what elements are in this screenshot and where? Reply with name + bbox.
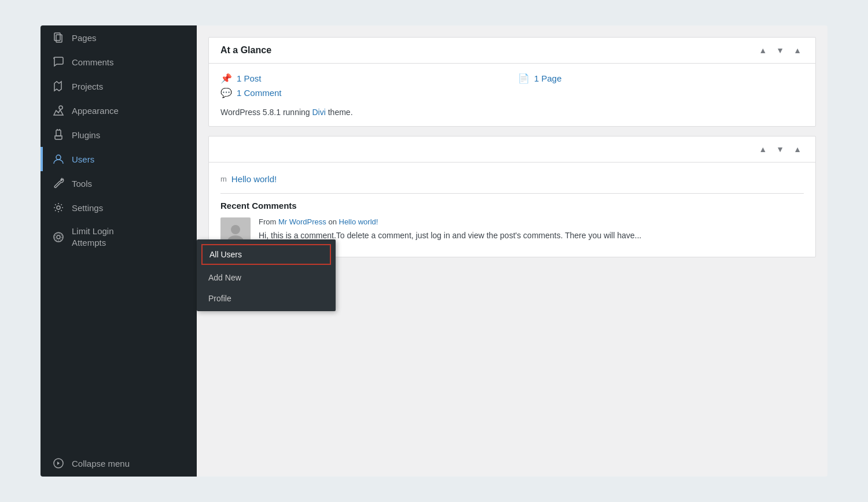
widget2-collapse-up[interactable]: ▲ bbox=[756, 143, 769, 155]
svg-rect-3 bbox=[56, 130, 61, 136]
comment-content: From Mr WordPress on Hello world! Hi, th… bbox=[259, 217, 804, 242]
sidebar-item-comments[interactable]: Comments bbox=[41, 50, 197, 74]
wp-info-text: WordPress 5.8.1 running Divi theme. bbox=[220, 108, 804, 117]
svg-point-10 bbox=[55, 234, 62, 241]
glance-stats: 📌 1 Post 📄 1 Page 💬 1 Comment bbox=[220, 73, 804, 98]
sidebar-item-tools-label: Tools bbox=[72, 179, 92, 189]
plugins-icon bbox=[52, 128, 65, 141]
svg-rect-0 bbox=[54, 33, 60, 40]
sidebar-item-settings[interactable]: Settings bbox=[41, 195, 197, 220]
glance-comments: 💬 1 Comment bbox=[220, 87, 506, 98]
sidebar-item-users-label: Users bbox=[72, 154, 94, 164]
sidebar-item-users[interactable]: Users bbox=[41, 147, 197, 171]
recent-posts-controls: ▲ ▼ ▲ bbox=[756, 143, 804, 155]
collapse-icon bbox=[52, 457, 65, 470]
pages-icon bbox=[52, 31, 65, 44]
sidebar-item-projects-label: Projects bbox=[72, 82, 103, 91]
sidebar-item-pages[interactable]: Pages bbox=[41, 25, 197, 50]
at-a-glance-controls: ▲ ▼ ▲ bbox=[756, 45, 804, 56]
comment-icon: 💬 bbox=[220, 87, 232, 98]
comments-icon bbox=[52, 56, 65, 68]
from-label: From bbox=[259, 217, 276, 226]
pages-link[interactable]: 1 Page bbox=[534, 73, 562, 83]
sidebar-collapse[interactable]: Collapse menu bbox=[41, 450, 197, 477]
pin-icon: 📌 bbox=[220, 73, 232, 84]
sidebar-collapse-label: Collapse menu bbox=[72, 459, 130, 468]
comments-link[interactable]: 1 Comment bbox=[237, 88, 282, 98]
sidebar-item-comments-label: Comments bbox=[72, 57, 114, 67]
wp-info-suffix: theme. bbox=[326, 108, 353, 117]
page-icon: 📄 bbox=[518, 73, 529, 84]
sidebar-item-limit-login[interactable]: Limit LoginAttempts bbox=[41, 220, 197, 254]
submenu-profile[interactable]: Profile bbox=[197, 288, 336, 309]
comment-post-link[interactable]: Hello world! bbox=[339, 217, 378, 226]
recent-comments-heading: Recent Comments bbox=[220, 201, 804, 211]
sidebar-item-settings-label: Settings bbox=[72, 203, 103, 213]
post-date: m bbox=[220, 175, 227, 183]
sidebar: Pages Comments Projects Appearance bbox=[41, 25, 197, 477]
sidebar-item-plugins-label: Plugins bbox=[72, 130, 100, 140]
tools-icon bbox=[52, 177, 65, 190]
sidebar-item-appearance-label: Appearance bbox=[72, 106, 119, 116]
at-a-glance-body: 📌 1 Post 📄 1 Page 💬 1 Comment WordPress … bbox=[209, 64, 815, 126]
at-a-glance-title: At a Glance bbox=[220, 45, 271, 56]
widget-collapse-down[interactable]: ▼ bbox=[774, 45, 786, 56]
users-submenu: All Users Add New Profile bbox=[197, 239, 336, 311]
sidebar-item-limit-login-label: Limit LoginAttempts bbox=[72, 226, 114, 248]
at-a-glance-header: At a Glance ▲ ▼ ▲ bbox=[209, 38, 815, 64]
on-label: on bbox=[328, 217, 339, 226]
sidebar-item-projects[interactable]: Projects bbox=[41, 74, 197, 98]
wp-info-prefix: WordPress 5.8.1 running bbox=[220, 108, 312, 117]
widget-collapse-up[interactable]: ▲ bbox=[756, 45, 769, 56]
glance-posts: 📌 1 Post bbox=[220, 73, 506, 84]
appearance-icon bbox=[52, 104, 65, 117]
recent-post-row: m Hello world! bbox=[220, 172, 804, 186]
svg-point-6 bbox=[56, 155, 61, 160]
projects-icon bbox=[52, 80, 65, 93]
recent-posts-header: ▲ ▼ ▲ bbox=[209, 136, 815, 163]
sidebar-nav: Pages Comments Projects Appearance bbox=[41, 25, 197, 450]
comment-text: Hi, this is a comment.To delete a commen… bbox=[259, 230, 804, 242]
posts-link[interactable]: 1 Post bbox=[237, 73, 262, 83]
sidebar-item-plugins[interactable]: Plugins bbox=[41, 123, 197, 147]
svg-rect-1 bbox=[56, 35, 62, 42]
sidebar-item-tools[interactable]: Tools bbox=[41, 171, 197, 195]
svg-point-9 bbox=[57, 235, 60, 239]
svg-point-7 bbox=[57, 206, 60, 209]
limit-login-icon bbox=[52, 231, 65, 243]
theme-link[interactable]: Divi bbox=[312, 108, 326, 117]
widget2-close[interactable]: ▲ bbox=[791, 143, 804, 155]
comment-meta: From Mr WordPress on Hello world! bbox=[259, 217, 804, 226]
at-a-glance-widget: At a Glance ▲ ▼ ▲ 📌 1 Post 📄 1 Page bbox=[208, 37, 816, 127]
users-icon bbox=[52, 153, 65, 165]
submenu-all-users[interactable]: All Users bbox=[201, 244, 331, 265]
widget-close[interactable]: ▲ bbox=[791, 45, 804, 56]
settings-icon bbox=[52, 201, 65, 214]
sidebar-item-pages-label: Pages bbox=[72, 33, 97, 43]
svg-point-2 bbox=[59, 106, 62, 109]
submenu-add-new[interactable]: Add New bbox=[197, 267, 336, 288]
svg-point-12 bbox=[231, 225, 240, 234]
recent-post-link[interactable]: Hello world! bbox=[231, 174, 277, 184]
widget2-collapse-down[interactable]: ▼ bbox=[774, 143, 786, 155]
sidebar-item-appearance[interactable]: Appearance bbox=[41, 98, 197, 123]
comment-author-link[interactable]: Mr WordPress bbox=[278, 217, 326, 226]
glance-pages: 📄 1 Page bbox=[518, 73, 804, 84]
